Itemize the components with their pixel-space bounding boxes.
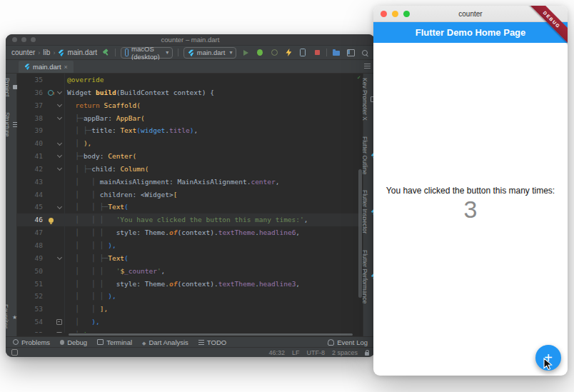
hot-reload-icon[interactable]: [284, 49, 293, 57]
debug-icon[interactable]: [256, 49, 264, 57]
code-line[interactable]: 37 return Scaffold(: [17, 99, 363, 112]
line-number[interactable]: 37: [17, 99, 47, 112]
code-line[interactable]: 52 │ │ │ ),: [17, 290, 363, 303]
tab-close-icon[interactable]: [64, 63, 68, 71]
code-line[interactable]: 40 │ ),: [17, 137, 363, 150]
tab-options-icon[interactable]: [364, 64, 371, 69]
run-actions: [241, 49, 321, 57]
run-config-dropdown[interactable]: main.dart: [183, 47, 237, 59]
fold-marker-icon[interactable]: [56, 203, 63, 211]
fold-marker-icon[interactable]: [56, 114, 63, 121]
line-number[interactable]: 47: [17, 226, 47, 239]
toolwindow-label: Dart Analysis: [148, 338, 188, 346]
line-number[interactable]: 38: [17, 112, 47, 125]
fold-marker-icon[interactable]: [56, 140, 63, 147]
fold-marker-icon[interactable]: [56, 255, 63, 262]
status-bar: 46:32LFUTF-82 spaces: [6, 347, 375, 357]
code-token: title: [169, 126, 190, 134]
toolwindow-button-todo[interactable]: TODO: [198, 338, 226, 346]
breadcrumb-item-maindart[interactable]: main.dart: [67, 49, 97, 56]
intention-bulb-icon[interactable]: [49, 218, 54, 223]
fold-marker-icon[interactable]: [56, 166, 63, 173]
run-icon[interactable]: [241, 49, 250, 57]
toolwindow-button-terminal[interactable]: Terminal: [97, 338, 132, 346]
bulb-gutter-icon[interactable]: [47, 216, 54, 223]
line-number[interactable]: 50: [17, 265, 47, 278]
device-icon[interactable]: [298, 49, 307, 57]
build-hammer-icon[interactable]: [102, 49, 110, 57]
mouse-cursor: [542, 358, 553, 373]
stop-icon[interactable]: [313, 49, 321, 57]
line-number[interactable]: 51: [17, 278, 47, 291]
lock-icon[interactable]: [365, 352, 369, 356]
counter-value: 3: [373, 196, 568, 223]
code-line[interactable]: 39 │ ├─title: Text(widget.title),: [17, 124, 363, 137]
gutter-slot: [47, 179, 54, 186]
indent-guide: │ │ │: [67, 228, 116, 236]
indent-guide: │ │ │: [67, 292, 108, 300]
file-encoding[interactable]: UTF-8: [306, 349, 325, 356]
toolwindow-button-dart-analysis[interactable]: Dart Analysis: [142, 338, 188, 346]
override-gutter-icon[interactable]: [47, 89, 54, 96]
code-token: [: [173, 191, 178, 198]
code-editor[interactable]: 35@override36Widget build(BuildContext c…: [17, 74, 363, 333]
line-separator[interactable]: LF: [292, 349, 300, 356]
code-line[interactable]: 46 │ │ │ 'You have clicked the button th…: [17, 213, 363, 226]
code-line[interactable]: 49 │ │ ├─Text(: [17, 252, 363, 265]
fold-marker-icon[interactable]: [56, 318, 63, 326]
line-number[interactable]: 36: [17, 86, 47, 99]
line-number[interactable]: 46: [17, 213, 47, 226]
line-number[interactable]: 40: [17, 137, 47, 150]
search-icon[interactable]: [361, 49, 369, 57]
override-marker-icon[interactable]: [48, 90, 54, 96]
line-number[interactable]: 41: [17, 150, 47, 163]
line-number[interactable]: 49: [17, 252, 47, 265]
line-number[interactable]: 45: [17, 201, 47, 213]
caret-position[interactable]: 46:32: [268, 349, 285, 356]
code-line[interactable]: 42 │ ├─child: Column(: [17, 163, 363, 176]
code-line[interactable]: 51 │ │ │ style: Theme.of(context).textTh…: [17, 278, 363, 291]
fold-marker-icon[interactable]: [56, 153, 63, 160]
code-line[interactable]: 44 │ │ children: <Widget>[: [17, 189, 363, 201]
line-number[interactable]: 52: [17, 290, 47, 303]
tab-main-dart[interactable]: main.dart: [19, 61, 74, 73]
horizontal-scrollbar-thumb[interactable]: [69, 333, 353, 336]
gutter-slot: [56, 191, 63, 198]
line-number[interactable]: 35: [17, 74, 47, 86]
fold-marker-icon[interactable]: [56, 102, 63, 109]
line-number[interactable]: 53: [17, 303, 47, 316]
code-line[interactable]: 54 │ ),: [17, 316, 363, 328]
line-number[interactable]: 42: [17, 163, 47, 176]
line-number[interactable]: 43: [17, 176, 47, 189]
device-selector-dropdown[interactable]: macOS (desktop): [121, 47, 173, 59]
toolwindow-button-problems[interactable]: Problems: [13, 338, 50, 346]
toolwindow-button-event-log[interactable]: Event Log: [328, 338, 368, 346]
profile-icon[interactable]: [270, 49, 278, 57]
code-line[interactable]: 48 │ │ │ ),: [17, 239, 363, 252]
code-line[interactable]: 41 ├─body: Center(: [17, 150, 363, 163]
line-number[interactable]: 48: [17, 239, 47, 252]
horizontal-scrollbar[interactable]: [17, 333, 363, 336]
code-line[interactable]: 53 │ │ ],: [17, 303, 363, 316]
line-number[interactable]: 54: [17, 316, 47, 328]
code-line[interactable]: 50 │ │ │ '$_counter',: [17, 265, 363, 278]
code-line[interactable]: 45 │ │ ├─Text(: [17, 201, 363, 213]
fold-marker-icon[interactable]: [56, 89, 63, 96]
code-line[interactable]: 36Widget build(BuildContext context) {: [17, 86, 363, 99]
toolwindow-toggle-icon[interactable]: [11, 349, 18, 356]
folder-icon[interactable]: [332, 49, 341, 57]
window-icon[interactable]: [346, 49, 355, 57]
code-line[interactable]: 38 ├─appBar: AppBar(: [17, 112, 363, 125]
code-line[interactable]: 43 │ │ mainAxisAlignment: MainAxisAlignm…: [17, 176, 363, 189]
inspection-ok-icon[interactable]: ✓: [357, 74, 361, 81]
code-line[interactable]: 47 │ │ │ style: Theme.of(context).textTh…: [17, 226, 363, 239]
indent-style[interactable]: 2 spaces: [332, 349, 358, 356]
code-line[interactable]: 35@override: [17, 74, 363, 86]
code-token: style: Theme.: [116, 228, 169, 236]
toolwindow-button-debug[interactable]: Debug: [60, 338, 87, 346]
breadcrumb-item-counter[interactable]: counter: [11, 49, 35, 56]
line-number[interactable]: 39: [17, 124, 47, 137]
vertical-scrollbar-thumb[interactable]: [358, 169, 362, 298]
breadcrumb-item-lib[interactable]: lib: [43, 49, 50, 56]
line-number[interactable]: 44: [17, 189, 47, 201]
